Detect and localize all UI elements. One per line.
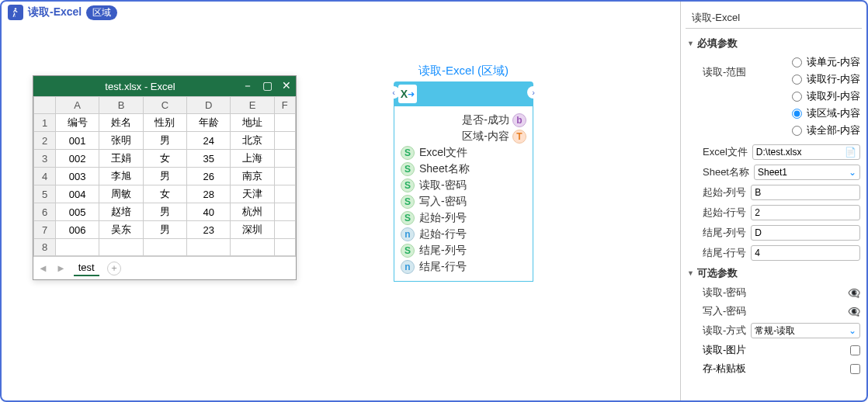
cell[interactable]: 005: [56, 203, 99, 221]
cell[interactable]: 男: [143, 132, 186, 150]
cell[interactable]: 35: [186, 150, 230, 168]
sheet-prev-icon[interactable]: ◄: [38, 262, 48, 274]
col-header[interactable]: B: [99, 97, 143, 114]
end-row-input[interactable]: [751, 245, 860, 261]
add-sheet-icon[interactable]: ＋: [107, 262, 121, 276]
read-mode-select[interactable]: [751, 323, 860, 338]
cell[interactable]: 006: [56, 221, 99, 239]
cell[interactable]: [274, 221, 295, 239]
row-header[interactable]: 6: [34, 203, 56, 221]
row-header[interactable]: 2: [34, 132, 56, 150]
range-radio[interactable]: [792, 126, 802, 136]
end-col-input[interactable]: [751, 225, 860, 241]
cell[interactable]: 年龄: [186, 114, 230, 132]
cell[interactable]: 26: [186, 168, 230, 185]
file-picker-icon[interactable]: 📄: [845, 147, 856, 158]
cell[interactable]: [56, 239, 99, 256]
range-option-4[interactable]: 读全部-内容: [792, 123, 860, 137]
cell[interactable]: [274, 150, 295, 168]
cell[interactable]: 吴东: [99, 221, 143, 239]
cell[interactable]: 40: [186, 203, 230, 221]
cell[interactable]: 编号: [56, 114, 99, 132]
cell[interactable]: 001: [56, 132, 99, 150]
cell[interactable]: 北京: [231, 132, 274, 150]
cell[interactable]: 女: [143, 150, 186, 168]
row-header[interactable]: 3: [34, 150, 56, 168]
eye-off-icon[interactable]: 👁‍🗨: [848, 306, 860, 317]
cell[interactable]: 24: [186, 132, 230, 150]
cell[interactable]: 男: [143, 221, 186, 239]
cell[interactable]: 王娟: [99, 150, 143, 168]
cell[interactable]: [186, 239, 230, 256]
range-radio[interactable]: [792, 92, 802, 102]
cell[interactable]: 赵培: [99, 203, 143, 221]
range-option-2[interactable]: 读取列-内容: [792, 89, 860, 103]
cell[interactable]: [231, 239, 274, 256]
port-s-icon[interactable]: S: [401, 146, 415, 160]
start-row-input[interactable]: [751, 205, 860, 220]
close-icon[interactable]: ✕: [282, 79, 291, 93]
port-n-icon[interactable]: n: [401, 227, 415, 241]
port-s-icon[interactable]: S: [401, 244, 415, 258]
col-header[interactable]: C: [143, 97, 186, 114]
cell[interactable]: 周敏: [99, 185, 143, 203]
cell[interactable]: 男: [143, 168, 186, 185]
port-bool-icon[interactable]: b: [512, 113, 526, 127]
minimize-icon[interactable]: －: [242, 79, 253, 93]
sheet-name-select[interactable]: [754, 165, 860, 180]
row-header[interactable]: 8: [34, 239, 56, 256]
cell[interactable]: 地址: [231, 114, 274, 132]
cell[interactable]: 女: [143, 185, 186, 203]
port-n-icon[interactable]: n: [401, 260, 415, 274]
port-s-icon[interactable]: S: [401, 162, 415, 176]
range-option-1[interactable]: 读取行-内容: [792, 72, 860, 86]
cell[interactable]: 男: [143, 203, 186, 221]
range-radio[interactable]: [792, 57, 802, 68]
range-radio[interactable]: [792, 75, 802, 85]
cell[interactable]: 李旭: [99, 168, 143, 185]
col-header[interactable]: D: [186, 97, 230, 114]
cell[interactable]: [274, 132, 295, 150]
read-image-checkbox[interactable]: [850, 345, 860, 355]
cell[interactable]: [274, 185, 295, 203]
cell[interactable]: [274, 239, 295, 256]
row-header[interactable]: 7: [34, 221, 56, 239]
section-required[interactable]: 必填参数: [686, 33, 862, 54]
range-option-0[interactable]: 读单元-内容: [792, 55, 860, 69]
chevron-left-icon[interactable]: ‹: [387, 86, 400, 99]
port-s-icon[interactable]: S: [401, 211, 415, 225]
excel-file-input[interactable]: 📄: [752, 144, 860, 160]
cell[interactable]: 张明: [99, 132, 143, 150]
cell[interactable]: 23: [186, 221, 230, 239]
sheet-next-icon[interactable]: ►: [56, 262, 66, 274]
cell[interactable]: 上海: [231, 150, 274, 168]
col-header[interactable]: E: [231, 97, 274, 114]
row-header[interactable]: 1: [34, 114, 56, 132]
start-col-input[interactable]: [751, 185, 860, 200]
col-header[interactable]: F: [274, 97, 295, 114]
port-s-icon[interactable]: S: [401, 195, 415, 209]
col-header[interactable]: A: [56, 97, 99, 114]
panel-tab[interactable]: 读取-Excel: [686, 8, 862, 29]
cell[interactable]: 28: [186, 185, 230, 203]
node-header[interactable]: ‹ X➜ ›: [394, 81, 533, 106]
cell[interactable]: 姓名: [99, 114, 143, 132]
cell[interactable]: [143, 239, 186, 256]
port-table-icon[interactable]: T: [512, 130, 526, 144]
section-optional[interactable]: 可选参数: [686, 263, 862, 283]
row-header[interactable]: 5: [34, 185, 56, 203]
cell[interactable]: 002: [56, 150, 99, 168]
node-block[interactable]: 读取-Excel (区域) ‹ X➜ › 是否-成功b 区域-内容T SExce…: [394, 64, 533, 282]
cell[interactable]: 004: [56, 185, 99, 203]
row-header[interactable]: 4: [34, 168, 56, 185]
port-s-icon[interactable]: S: [401, 178, 415, 192]
cell[interactable]: 003: [56, 168, 99, 185]
cell[interactable]: [274, 168, 295, 185]
cell[interactable]: 性别: [143, 114, 186, 132]
cell[interactable]: 天津: [231, 185, 274, 203]
maximize-icon[interactable]: ▢: [262, 79, 273, 93]
range-radio[interactable]: [792, 109, 802, 119]
sheet-tab[interactable]: test: [74, 260, 99, 276]
clipboard-checkbox[interactable]: [850, 364, 860, 374]
cell[interactable]: [99, 239, 143, 256]
